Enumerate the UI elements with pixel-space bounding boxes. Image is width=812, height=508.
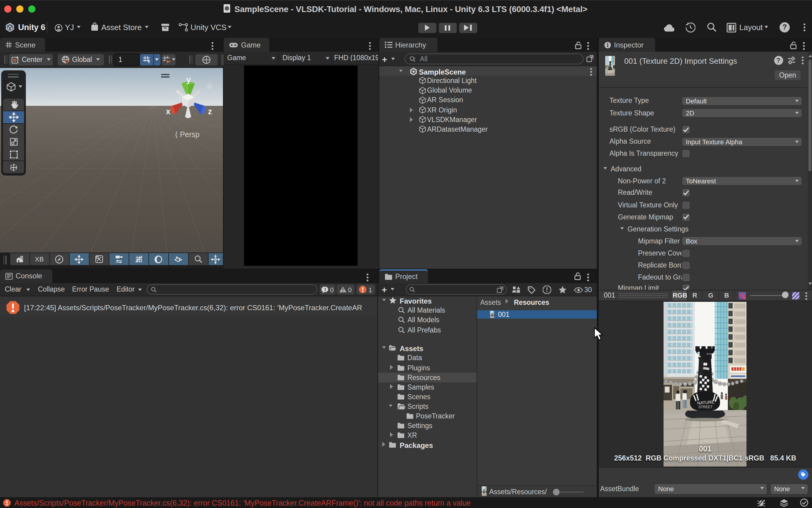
svg-text:y: y xyxy=(186,75,191,84)
svg-text:x: x xyxy=(166,107,170,116)
svg-text:z: z xyxy=(208,107,212,116)
